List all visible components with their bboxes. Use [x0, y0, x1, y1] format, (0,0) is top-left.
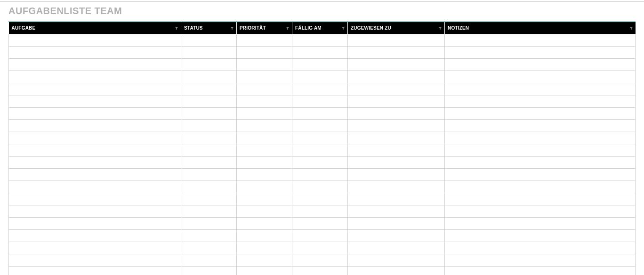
cell-faellig_am[interactable]	[292, 34, 348, 47]
cell-zugewiesen_zu[interactable]	[348, 169, 445, 181]
column-header-notizen[interactable]: NOTIZEN	[445, 22, 636, 34]
cell-prioritaet[interactable]	[237, 218, 292, 230]
cell-notizen[interactable]	[445, 47, 636, 59]
cell-status[interactable]	[181, 181, 237, 193]
cell-notizen[interactable]	[445, 157, 636, 169]
cell-notizen[interactable]	[445, 34, 636, 47]
cell-faellig_am[interactable]	[292, 71, 348, 83]
cell-zugewiesen_zu[interactable]	[348, 59, 445, 71]
cell-notizen[interactable]	[445, 144, 636, 157]
filter-dropdown-icon[interactable]	[230, 26, 234, 31]
cell-prioritaet[interactable]	[237, 34, 292, 47]
cell-faellig_am[interactable]	[292, 169, 348, 181]
cell-zugewiesen_zu[interactable]	[348, 132, 445, 144]
cell-zugewiesen_zu[interactable]	[348, 144, 445, 157]
cell-prioritaet[interactable]	[237, 108, 292, 120]
filter-dropdown-icon[interactable]	[341, 26, 346, 31]
column-header-status[interactable]: STATUS	[181, 22, 237, 34]
cell-aufgabe[interactable]	[9, 132, 181, 144]
cell-aufgabe[interactable]	[9, 218, 181, 230]
cell-faellig_am[interactable]	[292, 83, 348, 95]
cell-zugewiesen_zu[interactable]	[348, 34, 445, 47]
cell-faellig_am[interactable]	[292, 144, 348, 157]
cell-status[interactable]	[181, 83, 237, 95]
cell-faellig_am[interactable]	[292, 95, 348, 108]
cell-zugewiesen_zu[interactable]	[348, 157, 445, 169]
cell-prioritaet[interactable]	[237, 254, 292, 267]
column-header-faellig_am[interactable]: FÄLLIG AM	[292, 22, 348, 34]
cell-status[interactable]	[181, 205, 237, 218]
cell-status[interactable]	[181, 218, 237, 230]
cell-prioritaet[interactable]	[237, 144, 292, 157]
cell-aufgabe[interactable]	[9, 169, 181, 181]
cell-status[interactable]	[181, 34, 237, 47]
filter-dropdown-icon[interactable]	[174, 26, 179, 31]
cell-notizen[interactable]	[445, 83, 636, 95]
cell-prioritaet[interactable]	[237, 120, 292, 132]
cell-zugewiesen_zu[interactable]	[348, 230, 445, 242]
cell-prioritaet[interactable]	[237, 181, 292, 193]
cell-faellig_am[interactable]	[292, 132, 348, 144]
cell-prioritaet[interactable]	[237, 71, 292, 83]
cell-notizen[interactable]	[445, 218, 636, 230]
cell-notizen[interactable]	[445, 120, 636, 132]
cell-prioritaet[interactable]	[237, 193, 292, 205]
cell-notizen[interactable]	[445, 254, 636, 267]
filter-dropdown-icon[interactable]	[285, 26, 290, 31]
cell-status[interactable]	[181, 132, 237, 144]
cell-status[interactable]	[181, 242, 237, 254]
cell-aufgabe[interactable]	[9, 83, 181, 95]
cell-prioritaet[interactable]	[237, 83, 292, 95]
cell-notizen[interactable]	[445, 242, 636, 254]
cell-faellig_am[interactable]	[292, 205, 348, 218]
cell-faellig_am[interactable]	[292, 254, 348, 267]
column-header-zugewiesen_zu[interactable]: ZUGEWIESEN ZU	[348, 22, 445, 34]
cell-zugewiesen_zu[interactable]	[348, 193, 445, 205]
column-header-aufgabe[interactable]: AUFGABE	[9, 22, 181, 34]
cell-zugewiesen_zu[interactable]	[348, 95, 445, 108]
cell-notizen[interactable]	[445, 59, 636, 71]
cell-prioritaet[interactable]	[237, 230, 292, 242]
cell-notizen[interactable]	[445, 169, 636, 181]
cell-status[interactable]	[181, 47, 237, 59]
cell-notizen[interactable]	[445, 108, 636, 120]
cell-prioritaet[interactable]	[237, 205, 292, 218]
cell-notizen[interactable]	[445, 71, 636, 83]
cell-zugewiesen_zu[interactable]	[348, 254, 445, 267]
cell-faellig_am[interactable]	[292, 218, 348, 230]
cell-faellig_am[interactable]	[292, 181, 348, 193]
cell-aufgabe[interactable]	[9, 144, 181, 157]
cell-notizen[interactable]	[445, 267, 636, 275]
cell-prioritaet[interactable]	[237, 132, 292, 144]
cell-prioritaet[interactable]	[237, 59, 292, 71]
cell-faellig_am[interactable]	[292, 193, 348, 205]
cell-aufgabe[interactable]	[9, 230, 181, 242]
cell-zugewiesen_zu[interactable]	[348, 242, 445, 254]
cell-zugewiesen_zu[interactable]	[348, 181, 445, 193]
column-header-prioritaet[interactable]: PRIORITÄT	[237, 22, 292, 34]
cell-status[interactable]	[181, 71, 237, 83]
cell-faellig_am[interactable]	[292, 157, 348, 169]
cell-aufgabe[interactable]	[9, 242, 181, 254]
cell-faellig_am[interactable]	[292, 120, 348, 132]
cell-faellig_am[interactable]	[292, 230, 348, 242]
cell-status[interactable]	[181, 95, 237, 108]
cell-aufgabe[interactable]	[9, 157, 181, 169]
cell-aufgabe[interactable]	[9, 120, 181, 132]
cell-status[interactable]	[181, 254, 237, 267]
cell-zugewiesen_zu[interactable]	[348, 267, 445, 275]
cell-faellig_am[interactable]	[292, 108, 348, 120]
cell-zugewiesen_zu[interactable]	[348, 218, 445, 230]
cell-zugewiesen_zu[interactable]	[348, 71, 445, 83]
cell-zugewiesen_zu[interactable]	[348, 120, 445, 132]
cell-aufgabe[interactable]	[9, 71, 181, 83]
cell-aufgabe[interactable]	[9, 95, 181, 108]
cell-prioritaet[interactable]	[237, 95, 292, 108]
cell-prioritaet[interactable]	[237, 169, 292, 181]
cell-notizen[interactable]	[445, 95, 636, 108]
cell-prioritaet[interactable]	[237, 242, 292, 254]
cell-status[interactable]	[181, 230, 237, 242]
cell-zugewiesen_zu[interactable]	[348, 83, 445, 95]
cell-status[interactable]	[181, 144, 237, 157]
cell-faellig_am[interactable]	[292, 47, 348, 59]
